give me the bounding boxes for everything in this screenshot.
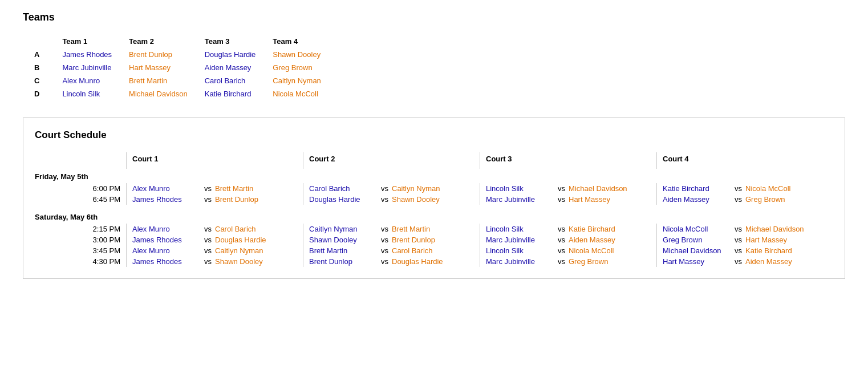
player1: Douglas Hardie (309, 195, 378, 204)
teams-col4-header: Team 4 (273, 35, 338, 48)
player-cell: Douglas Hardie (205, 48, 273, 61)
player1: Nicola McColl (663, 225, 731, 233)
match-cell: James RhodesvsShawn Dooley (126, 256, 303, 267)
player2: Carol Barich (215, 225, 256, 233)
player-cell: Nicola McColl (273, 87, 338, 100)
table-row: CAlex MunroBrett MartinCarol BarichCaitl… (34, 74, 338, 87)
table-row: BMarc JubinvilleHart MasseyAiden MasseyG… (34, 61, 338, 74)
court-header: Court 2 (303, 152, 480, 169)
vs-label: vs (204, 257, 212, 266)
player2: Brent Dunlop (392, 236, 435, 244)
player2: Katie Birchard (745, 246, 792, 255)
player2: Michael Davidson (569, 184, 627, 193)
vs-label: vs (204, 184, 212, 193)
player-cell: Brent Dunlop (129, 48, 205, 61)
player2: Greg Brown (745, 195, 785, 204)
vs-label: vs (204, 225, 212, 233)
vs-label: vs (381, 184, 388, 193)
match-cell: Marc JubinvillevsGreg Brown (480, 256, 656, 267)
row-label: C (34, 74, 62, 87)
player1: Lincoln Silk (486, 184, 554, 193)
match-cell: Brent DunlopvsDouglas Hardie (303, 256, 480, 267)
match-cell: Greg BrownvsHart Massey (656, 234, 833, 245)
player1: Alex Munro (132, 225, 201, 233)
time-cell: 2:15 PM (35, 224, 126, 234)
match-cell: Lincoln SilkvsNicola McColl (480, 245, 656, 256)
player1: Katie Birchard (663, 184, 731, 193)
vs-label: vs (735, 236, 742, 244)
match-cell: Lincoln SilkvsKatie Birchard (480, 224, 656, 234)
match-cell: Nicola McCollvsMichael Davidson (656, 224, 833, 234)
match-cell: Brett MartinvsCarol Barich (303, 245, 480, 256)
player1: Marc Jubinville (486, 236, 554, 244)
player2: Hart Massey (569, 195, 610, 204)
match-cell: Katie BirchardvsNicola McColl (656, 183, 833, 194)
match-cell: Caitlyn NymanvsBrett Martin (303, 224, 480, 234)
vs-label: vs (381, 246, 388, 255)
match-cell: Hart MasseyvsAiden Massey (656, 256, 833, 267)
player1: Greg Brown (663, 236, 731, 244)
vs-label: vs (204, 236, 212, 244)
row-label: D (34, 87, 62, 100)
table-row: DLincoln SilkMichael DavidsonKatie Birch… (34, 87, 338, 100)
player-cell: Hart Massey (129, 61, 205, 74)
player1: Hart Massey (663, 257, 731, 266)
player-cell: Shawn Dooley (273, 48, 338, 61)
player-cell: Michael Davidson (129, 87, 205, 100)
vs-label: vs (204, 246, 212, 255)
time-cell: 6:00 PM (35, 183, 126, 194)
vs-label: vs (381, 225, 388, 233)
player2: Katie Birchard (569, 225, 615, 233)
row-label: B (34, 61, 62, 74)
player1: James Rhodes (132, 195, 201, 204)
player2: Douglas Hardie (215, 236, 266, 244)
match-cell: Carol BarichvsCaitlyn Nyman (303, 183, 480, 194)
teams-title: Teams (23, 11, 845, 23)
player-cell: Carol Barich (205, 74, 273, 87)
player2: Shawn Dooley (392, 195, 440, 204)
player2: Brett Martin (392, 225, 430, 233)
match-cell: Alex MunrovsCaitlyn Nyman (126, 245, 303, 256)
teams-row-label-header (34, 35, 62, 48)
vs-label: vs (558, 184, 565, 193)
player1: Shawn Dooley (309, 236, 378, 244)
match-cell: Marc JubinvillevsAiden Massey (480, 234, 656, 245)
vs-label: vs (735, 246, 742, 255)
player-cell: James Rhodes (62, 48, 129, 61)
player1: Marc Jubinville (486, 257, 554, 266)
vs-label: vs (381, 257, 388, 266)
court-header: Court 3 (480, 152, 656, 169)
match-cell: Aiden MasseyvsGreg Brown (656, 194, 833, 205)
schedule-title: Court Schedule (35, 129, 833, 141)
player-cell: Alex Munro (62, 74, 129, 87)
player2: Caitlyn Nyman (215, 246, 263, 255)
match-cell: Michael DavidsonvsKatie Birchard (656, 245, 833, 256)
player2: Caitlyn Nyman (392, 184, 440, 193)
player1: Lincoln Silk (486, 246, 554, 255)
vs-label: vs (735, 195, 742, 204)
player2: Shawn Dooley (215, 257, 263, 266)
match-cell: Shawn DooleyvsBrent Dunlop (303, 234, 480, 245)
time-cell: 3:00 PM (35, 234, 126, 245)
player1: Marc Jubinville (486, 195, 554, 204)
vs-label: vs (558, 195, 565, 204)
teams-col2-header: Team 2 (129, 35, 205, 48)
schedule-empty-header (35, 152, 126, 169)
player-cell: Brett Martin (129, 74, 205, 87)
player1: Lincoln Silk (486, 225, 554, 233)
table-row: AJames RhodesBrent DunlopDouglas HardieS… (34, 48, 338, 61)
player-cell: Marc Jubinville (62, 61, 129, 74)
schedule-grid: Court 1Court 2Court 3Court 4Friday, May … (35, 152, 833, 267)
player1: Michael Davidson (663, 246, 731, 255)
player2: Michael Davidson (745, 225, 804, 233)
match-cell: Alex MunrovsCarol Barich (126, 224, 303, 234)
player1: Aiden Massey (663, 195, 731, 204)
court-header: Court 1 (126, 152, 303, 169)
vs-label: vs (558, 236, 565, 244)
player2: Carol Barich (392, 246, 433, 255)
day-header: Friday, May 5th (35, 169, 833, 183)
player1: Alex Munro (132, 246, 201, 255)
player2: Greg Brown (569, 257, 608, 266)
teams-col1-header: Team 1 (62, 35, 129, 48)
vs-label: vs (558, 257, 565, 266)
